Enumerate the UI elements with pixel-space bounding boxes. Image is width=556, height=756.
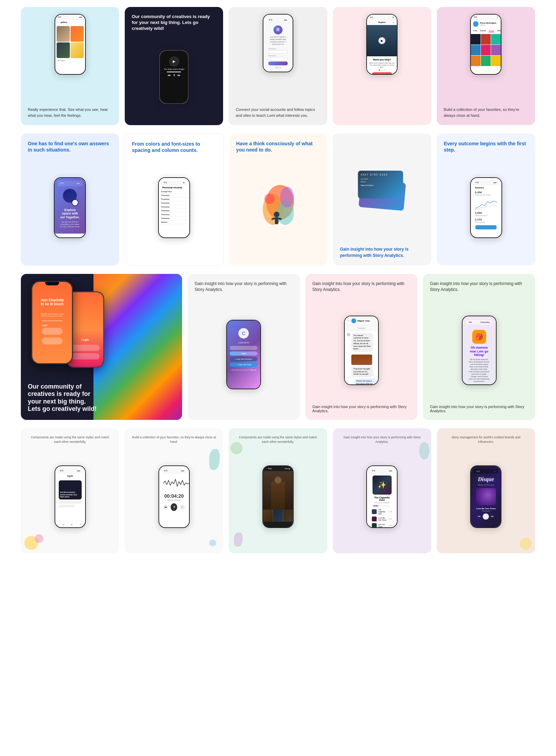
chat-avatar	[351, 318, 356, 323]
disco-play[interactable]: ⏸	[483, 513, 489, 520]
music-content: ✨ The Cigarette Duet Princess Chelsea	[369, 473, 395, 528]
menu-icon[interactable]: ≡	[497, 16, 498, 18]
thumb-1[interactable]	[263, 510, 273, 522]
username-input[interactable]	[268, 50, 288, 54]
username-lbl: username	[230, 341, 257, 344]
phone-r1c1: 9:41 ●●● ← gallery 24 Photos	[55, 14, 86, 75]
card-r2-stats: Every outcome begins with the first step…	[437, 133, 535, 266]
profile-handle: @flora	[480, 24, 496, 26]
card-bottom-r1c3: Connect your social accounts and follow …	[236, 107, 320, 118]
search-nav[interactable]: ⌕	[71, 523, 73, 526]
front-card-name: Miguel Davidson	[361, 184, 400, 186]
phone-r4c5: 9:41 ♫ Disque Music for the soul Love Me…	[470, 465, 501, 528]
dark-screen-content: ▶ The Kids Aren't Alright ⏮ ⏸ ⏭	[162, 56, 186, 77]
fb-btn[interactable]: f Login with Facebook	[230, 357, 257, 361]
controls: ⏮ ⏸ ⏭	[162, 74, 186, 77]
username-label: Username	[268, 48, 288, 50]
msg-in-1: You shared someone to show me, but we al…	[351, 333, 373, 352]
phone-container-r1c3: 9:41 ●●● R Lisa first hit words to desig…	[236, 14, 320, 72]
close-icon[interactable]: ✕	[392, 16, 394, 18]
next-icon[interactable]: ⏭	[178, 74, 180, 77]
more-icon[interactable]: ⋯	[393, 21, 395, 24]
disco-next[interactable]: ⏭	[491, 515, 494, 518]
record-2: Timestamp	[161, 194, 187, 197]
caption-r4c5: Story management for world's coolest bra…	[444, 435, 528, 444]
tab-posts[interactable]: Post	[473, 30, 477, 32]
person-silhouette	[271, 482, 285, 510]
signup-link[interactable]: Sign up	[268, 66, 288, 68]
disco-tagline: Music for the soul	[476, 484, 496, 486]
login-input-1[interactable]	[42, 328, 62, 335]
headline-r2c5: Every outcome begins with the first step…	[444, 140, 528, 153]
credit-card-front: 4567 8765 8333 EXPIRES 07/17 Miguel Davi…	[358, 171, 403, 198]
back-replica[interactable]: ←	[369, 21, 371, 24]
tw-btn[interactable]: 🐦 Login with Twitter	[230, 363, 257, 367]
back-photo[interactable]: ← Back	[266, 468, 272, 470]
track-title: The Kids Aren't Alright	[162, 68, 186, 70]
next-nav[interactable]: →	[79, 523, 82, 526]
music-header-bar: 9:41 ●●●	[369, 468, 395, 473]
card-r4-spill: Components are made using the same style…	[21, 428, 119, 553]
record-3: Timestamp	[161, 197, 187, 201]
home-nav[interactable]: ⌂	[63, 523, 64, 526]
login-input-2[interactable]	[42, 338, 62, 344]
password-input[interactable]	[268, 57, 288, 60]
disco-prev[interactable]: ⏮	[478, 515, 481, 518]
status-space: ●●●	[76, 182, 80, 184]
next-button[interactable]: Next	[372, 72, 392, 75]
onboarding-header: 9:41 Onboarding	[466, 320, 492, 325]
card-stack: Miguel Davidson 134 4567 8765 8333 4567 …	[358, 171, 407, 216]
msg-out-1: Haven't An Dark in Recognize With the Re…	[354, 379, 376, 385]
stat-block-1: 5,456 Total runs this month	[473, 190, 499, 197]
phone-container-r2c1: 9:41 ●●● Explore space with us! Together…	[28, 156, 112, 259]
music-progress-bar	[373, 505, 391, 506]
prev-icon[interactable]: ⏮	[168, 74, 171, 77]
status-ob: Onboarding	[481, 321, 490, 323]
sound-play[interactable]: ⏸	[171, 503, 177, 511]
caption-r4c2: Build a collection of your favorites, so…	[132, 435, 216, 444]
pass-placeholder[interactable]	[71, 353, 100, 359]
fireworks: ✨	[378, 481, 386, 489]
play-pause-icon[interactable]: ⏸	[173, 74, 175, 77]
music-dur-2: 3:17	[389, 518, 392, 520]
gallery-count: 24 Photos	[55, 58, 85, 63]
record-name-6: Timestamp	[161, 210, 170, 212]
dot-active	[379, 70, 380, 71]
astronaut	[72, 199, 79, 206]
purple-input-user[interactable]	[230, 346, 257, 350]
record-7: Timestamp	[161, 213, 187, 217]
profile-grid	[471, 34, 501, 66]
profile-header: 9:41 ≡	[471, 15, 501, 20]
sound-prev[interactable]: ⏮	[163, 504, 168, 510]
headline-r3c2: Gain insight into how your story is perf…	[195, 281, 293, 293]
back-chat[interactable]: ←	[348, 319, 350, 322]
full-stats-btn[interactable]	[475, 225, 497, 229]
time: 9:41	[58, 16, 62, 18]
sign-up-link[interactable]: Sign up	[250, 369, 256, 371]
thumb-2[interactable]	[273, 510, 283, 522]
sound-content: 00:04:20 Voice sound ⏮ ⏸ ✓	[161, 473, 187, 513]
music-text-1: The Cigarette Duet	[378, 509, 387, 515]
input-placeholder[interactable]	[71, 345, 100, 351]
phone-container-r4c5: 9:41 ♫ Disque Music for the soul Love Me…	[444, 447, 528, 546]
tab-photo[interactable]: Photo	[489, 30, 494, 32]
music-item-1[interactable]: The Cigarette Duet 3:45	[372, 508, 392, 516]
stat-desc-1: Total runs this month	[475, 194, 497, 196]
tab-saved[interactable]: Saved	[480, 30, 486, 32]
music-item-3[interactable]: Feel Too Good 2:55	[372, 522, 392, 528]
next-photo[interactable]: Next ▶	[285, 468, 290, 470]
art1-title: And this invention would certainly have …	[60, 491, 80, 498]
tab-videos[interactable]: Videos	[497, 30, 501, 32]
play-button[interactable]: ▶	[378, 37, 385, 44]
phone-r3c3: ← Miguel. Amy Yesterday You shared someo…	[344, 316, 379, 385]
thumb-3[interactable]	[283, 510, 293, 522]
sound-check[interactable]: ✓	[180, 504, 185, 510]
login-purple-btn[interactable]: Login	[230, 351, 257, 356]
time-music: 9:41	[372, 470, 375, 472]
time-spill: 9:41	[60, 470, 64, 472]
signin-btn[interactable]	[268, 62, 288, 65]
backpack-emoji: 🎒	[472, 330, 486, 344]
music-icon-2	[372, 517, 377, 521]
card-bottom-r1c5: Build a collection of your favorites, so…	[444, 107, 528, 118]
music-item-2[interactable]: Love Me Two Times 3:17	[372, 516, 392, 522]
